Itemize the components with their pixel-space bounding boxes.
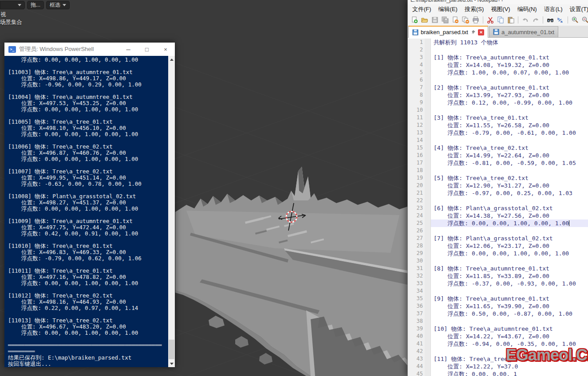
line-text: 位置: X=13.99, Y=27.93, Z=0.00 [431,91,588,99]
menu-item[interactable]: 编辑(E) [435,4,461,14]
console-line: 浮点数: -0.63, 0.00, 0.78, 0.00, 1.00 [8,181,168,187]
scrollbar-thumb[interactable] [169,340,174,359]
editor-line: 25 浮点数: 0.00, 0.00, 1.00, 0.00, 1.00 [408,219,588,227]
paste-icon[interactable] [506,16,515,24]
tab-autumntree[interactable]: a_autumntree_01.txt [489,26,558,37]
powershell-console[interactable]: 浮点数: 0.00, 0.00, 1.00, 0.00, 1.00[11003]… [4,56,175,367]
menu-item[interactable]: 搜索(S) [461,4,487,14]
close-button[interactable]: × [156,43,175,56]
redo-icon[interactable] [531,16,540,24]
editor-line: 45 浮点数: 0.00, 0.00, 1 [408,370,588,376]
bookmark-margin [425,167,431,174]
close-all-files-icon[interactable] [461,16,470,24]
console-line: 位置: X=497.16, Y=478.82, Z=0.00 [8,274,168,280]
scroll-down-icon[interactable] [168,360,175,367]
viewport-mode-dropdown[interactable] [0,1,25,9]
line-number: 23 [408,204,425,212]
editor-line: 34 [408,287,588,295]
bookmark-margin [425,280,431,287]
powershell-title: 管理员: Windows PowerShell [19,45,119,53]
minimize-button[interactable]: ─ [119,43,138,56]
editor-line: 26 [408,227,588,235]
line-number: 3 [408,54,425,61]
editor-line: 35 [9] 物体: Tree\a_autumntree_01.txt [408,295,588,302]
editor-line: 23 [6] 物体: Plant\a_grasstotal_02.txt [408,204,588,212]
menu-item[interactable]: 编码(N) [514,4,541,14]
console-line [8,262,168,268]
bookmark-margin [425,121,431,129]
drag-tool-label: 拖... [31,1,40,9]
editor-line: 32 位置: X=11.85, Y=33.89, Z=0.00 [408,272,588,280]
tab-braiken-parsed[interactable]: braiken_parsed.txt ✕ [408,26,488,38]
bookmark-margin [425,84,431,91]
powershell-titlebar[interactable]: >_ 管理员: Windows PowerShell ─ □ × [4,43,175,56]
close-file-icon[interactable] [451,16,460,24]
line-text: 位置: X=14.22, Y=43.67, Z=0.00 [431,333,588,340]
menu-item[interactable]: 视图(V) [487,4,513,14]
line-text: 浮点数: -0.79, 0.00, -0.61, 0.00, 1.00 [431,129,588,137]
editor-text-area[interactable]: 1 共解析到 11013 个物体 2 3 [1] 物体: Tree\a_autu… [408,38,588,376]
bookmark-margin [425,302,431,310]
line-text: [1] 物体: Tree\a_autumntree_01.txt [431,54,588,61]
copy-icon[interactable] [496,16,505,24]
bookmark-margin [425,39,431,46]
replace-icon[interactable]: ba [556,16,565,24]
line-text [431,348,588,355]
console-line: 位置: X=498.10, Y=456.10, Z=0.00 [8,125,168,131]
line-number: 14 [408,137,425,144]
scroll-up-icon[interactable] [168,56,175,63]
chevron-down-icon [18,4,21,6]
line-text: 浮点数: 0.50, 0.00, -0.87, 0.00, 1.00 [431,310,588,317]
bookmark-margin [425,189,431,197]
select-box-dropdown[interactable]: 框选 [46,1,70,9]
new-file-icon[interactable] [410,16,419,24]
line-text: [10] 物体: Tree\a_autumntree_01.txt [431,325,588,333]
drag-tool-button[interactable]: 拖... [27,1,44,9]
console-line [8,336,168,342]
find-icon[interactable] [546,16,555,24]
line-number: 22 [408,197,425,204]
console-line: 位置: X=496.83, Y=469.33, Z=0.00 [8,249,168,255]
console-line: 浮点数: 0.00, 0.00, 1.00, 0.00, 1.00 [8,280,168,286]
editor-line: 9 浮点数: 0.12, 0.00, -0.99, 0.00, 1.00 [408,99,588,106]
editor-line: 29 浮点数: 0.00, 0.00, 1.00, 0.00, 1.00 [408,250,588,257]
toolbar-separator [543,16,543,24]
editor-line: 11 [3] 物体: Tree\a_tree_01.txt [408,114,588,121]
cut-icon[interactable] [486,16,495,24]
line-text: 浮点数: -0.97, 0.00, 0.25, 0.00, 1.03 [431,189,588,197]
save-icon[interactable] [430,16,439,24]
print-icon[interactable] [471,16,480,24]
undo-icon[interactable] [521,16,530,24]
line-number: 28 [408,242,425,250]
open-folder-icon[interactable] [420,16,429,24]
line-text: 浮点数: 0.00, 0.00, 1.00, 0.00, 1.00 [431,219,588,227]
line-number: 13 [408,129,425,137]
bookmark-margin [425,129,431,137]
line-text [431,197,588,204]
line-number: 33 [408,280,425,287]
notepad-titlebar[interactable]: E:\map\braiken_parsed.txt - Notepad++ [408,0,588,4]
zoom-out-icon[interactable] [581,16,588,24]
zoom-in-icon[interactable] [571,16,580,24]
powershell-window: >_ 管理员: Windows PowerShell ─ □ × 浮点数: 0.… [4,43,175,367]
console-scrollbar[interactable] [168,56,175,367]
maximize-button[interactable]: □ [138,43,156,56]
save-all-icon[interactable] [441,16,450,24]
editor-line: 1 共解析到 11013 个物体 [408,39,588,46]
svg-text:a: a [560,20,563,24]
tab-close-icon[interactable]: ✕ [478,29,484,35]
pin-icon[interactable] [470,30,476,35]
line-number: 44 [408,363,425,370]
editor-line: 33 浮点数: -0.37, 0.00, -0.93, 0.00, 1.00 [408,280,588,287]
console-line [8,88,168,94]
editor-line: 30 [408,257,588,265]
menu-item[interactable]: 文件(F) [409,4,435,14]
menu-item[interactable]: 语言(L) [541,4,566,14]
line-number: 25 [408,219,425,227]
console-line: [11006] 物体: Tree\a_tree_02.txt [8,144,168,150]
console-line [8,286,168,293]
console-line: [11007] 物体: Tree\a_tree_02.txt [8,168,168,175]
editor-line: 12 位置: X=11.55, Y=26.58, Z=0.00 [408,121,588,129]
menu-item[interactable]: 设置(T) [566,4,588,14]
editor-line: 2 [408,46,588,54]
